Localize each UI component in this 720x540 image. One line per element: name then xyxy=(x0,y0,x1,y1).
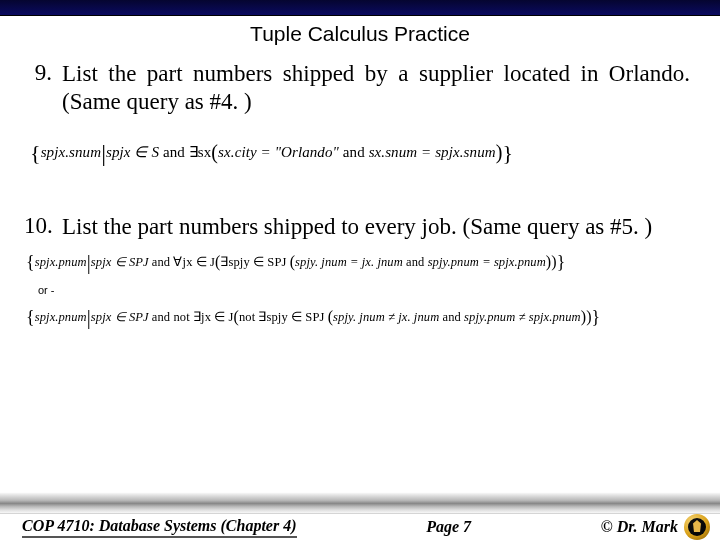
footer-divider xyxy=(0,492,720,514)
list-item: 9. List the part numbers shipped by a su… xyxy=(24,60,690,116)
or-separator: or - xyxy=(38,284,690,296)
formula-q9: {spjx.snum|spjx ∈ S and ∃sx(sx.city = "O… xyxy=(30,140,690,167)
list-item: 10. List the part numbers shipped to eve… xyxy=(24,213,690,241)
formula-q10a: {spjx.pnum|spjx ∈ SPJ and ∀jx ∈ J(∃spjy … xyxy=(26,251,690,274)
item-text: List the part numbers shipped to every j… xyxy=(62,213,652,241)
item-number: 9. xyxy=(24,60,62,116)
slide-content: 9. List the part numbers shipped by a su… xyxy=(0,60,720,329)
top-accent-bar xyxy=(0,0,720,16)
formula-q10b: {spjx.pnum|spjx ∈ SPJ and not ∃jx ∈ J(no… xyxy=(26,306,690,329)
footer-author: © Dr. Mark xyxy=(601,518,678,536)
footer: COP 4710: Database Systems (Chapter 4) P… xyxy=(0,492,720,540)
footer-course: COP 4710: Database Systems (Chapter 4) xyxy=(22,517,297,538)
ucf-logo-icon xyxy=(684,514,710,540)
item-number: 10. xyxy=(24,213,62,241)
item-text: List the part numbers shipped by a suppl… xyxy=(62,60,690,116)
footer-page: Page 7 xyxy=(297,518,601,536)
slide-title: Tuple Calculus Practice xyxy=(0,22,720,46)
